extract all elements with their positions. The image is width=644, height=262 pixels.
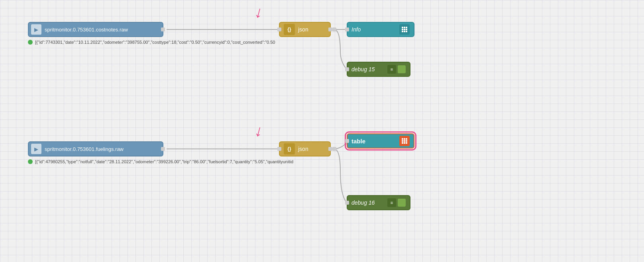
svg-rect-0: [332, 27, 336, 31]
inject-label-1: spritmonitor.0.753601.costnotes.raw: [45, 27, 159, 33]
json-icon-2: {}: [284, 143, 295, 154]
info-node-1[interactable]: Info: [347, 22, 414, 37]
arrow-indicator-2: ↓: [253, 122, 265, 139]
debug15-toggle[interactable]: [398, 65, 406, 73]
preview-text-2: [{"id":47980255,"type":"notfull","date":…: [35, 159, 293, 164]
preview-text-1: [{"id":7743301,"date":"10.11.2022","odom…: [35, 40, 275, 45]
inject-node-1[interactable]: spritmonitor.0.753601.costnotes.raw: [28, 22, 163, 37]
debug16-menu-icon[interactable]: ≡: [387, 198, 396, 207]
debug15-label: debug 15: [351, 66, 387, 72]
connections-layer: [0, 0, 644, 262]
json-port-right-2[interactable]: [328, 147, 332, 151]
json-port-left-1[interactable]: [277, 27, 281, 31]
json-node-1[interactable]: {} json: [279, 22, 331, 37]
arrow-indicator-1: ↓: [253, 3, 265, 21]
json-label-2: json: [298, 146, 326, 152]
grid-icon-info: [399, 24, 410, 35]
info-port-left[interactable]: [345, 27, 349, 31]
debug-node-15[interactable]: debug 15 ≡: [347, 62, 410, 77]
inject-node-2[interactable]: spritmonitor.0.753601.fuelings.raw: [28, 141, 163, 156]
debug16-toggle[interactable]: [398, 199, 406, 207]
table-port-left[interactable]: [345, 139, 349, 143]
inject-label-2: spritmonitor.0.753601.fuelings.raw: [45, 146, 159, 152]
debug15-port-left[interactable]: [345, 67, 349, 71]
status-dot-2: [28, 159, 33, 164]
debug16-label: debug 16: [351, 199, 387, 206]
json-port-left-2[interactable]: [277, 147, 281, 151]
debug-node-16[interactable]: debug 16 ≡: [347, 195, 410, 210]
status-dot-1: [28, 40, 33, 45]
flow-canvas[interactable]: ↓ ↓ spritmonitor.0.753601.costnotes.raw …: [0, 0, 644, 262]
inject-port-right-2[interactable]: [161, 147, 165, 151]
json-port-right-1[interactable]: [328, 27, 332, 31]
json-icon-1: {}: [284, 24, 295, 35]
json-label-1: json: [298, 26, 326, 33]
table-node-1[interactable]: table: [347, 133, 414, 149]
inject-port-right-1[interactable]: [161, 27, 165, 31]
svg-rect-1: [332, 147, 336, 151]
info-label: Info: [351, 26, 399, 33]
data-preview-1: [{"id":7743301,"date":"10.11.2022","odom…: [28, 40, 275, 45]
inject-arrow-icon-1: [31, 24, 41, 35]
inject-arrow-icon-2: [31, 144, 41, 154]
table-label: table: [351, 138, 399, 145]
debug16-port-left[interactable]: [345, 201, 349, 205]
json-node-2[interactable]: {} json: [279, 141, 331, 156]
debug15-menu-icon[interactable]: ≡: [387, 65, 396, 74]
grid-icon-table: [399, 136, 410, 146]
data-preview-2: [{"id":47980255,"type":"notfull","date":…: [28, 159, 293, 164]
